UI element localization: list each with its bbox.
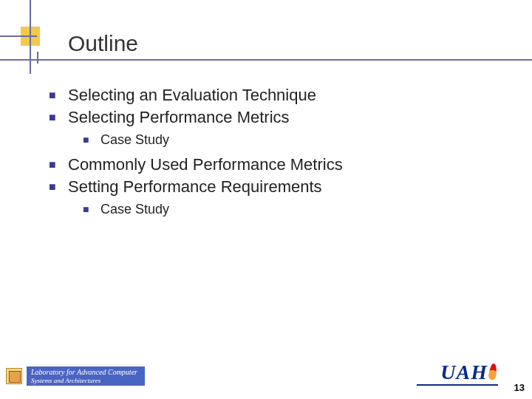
- org-wordmark: UAH: [440, 361, 488, 384]
- lab-label-line1: Laboratory for Advanced Computer: [31, 368, 137, 377]
- bullet-text: Commonly Used Performance Metrics: [68, 155, 343, 174]
- decor-vline-long: [30, 0, 31, 74]
- square-bullet-icon: ■: [83, 201, 100, 217]
- decor-hline-long: [0, 59, 532, 61]
- lab-logo-icon: [6, 368, 22, 384]
- sub-bullet-item: ■ Case Study: [83, 132, 485, 148]
- decor-hline-short: [0, 35, 37, 37]
- org-underline: [417, 384, 498, 386]
- square-bullet-icon: ■: [49, 177, 68, 197]
- sub-bullet-text: Case Study: [100, 132, 169, 148]
- slide: Outline ■ Selecting an Evaluation Techni…: [0, 0, 532, 399]
- slide-content: ■ Selecting an Evaluation Technique ■ Se…: [49, 83, 485, 225]
- flame-icon: [488, 363, 498, 380]
- sub-bullet-text: Case Study: [100, 201, 169, 217]
- square-bullet-icon: ■: [49, 155, 68, 174]
- lab-label: Laboratory for Advanced Computer Systems…: [27, 366, 145, 386]
- sub-bullet-item: ■ Case Study: [83, 201, 485, 217]
- bullet-item: ■ Selecting an Evaluation Technique: [49, 86, 485, 105]
- square-bullet-icon: ■: [83, 132, 100, 148]
- square-bullet-icon: ■: [49, 108, 68, 127]
- bullet-text: Setting Performance Requirements: [68, 177, 322, 197]
- page-number: 13: [514, 382, 525, 393]
- footer-lab: Laboratory for Advanced Computer Systems…: [6, 366, 145, 386]
- square-bullet-icon: ■: [49, 86, 68, 105]
- footer-org: UAH: [440, 361, 497, 384]
- bullet-text: Selecting an Evaluation Technique: [68, 86, 316, 105]
- bullet-item: ■ Setting Performance Requirements: [49, 177, 485, 197]
- lab-label-line2: Systems and Architectures: [31, 377, 137, 384]
- bullet-text: Selecting Performance Metrics: [68, 108, 290, 127]
- bullet-item: ■ Selecting Performance Metrics: [49, 108, 485, 127]
- bullet-item: ■ Commonly Used Performance Metrics: [49, 155, 485, 174]
- decor-vline-short: [37, 52, 38, 64]
- slide-title: Outline: [68, 31, 138, 56]
